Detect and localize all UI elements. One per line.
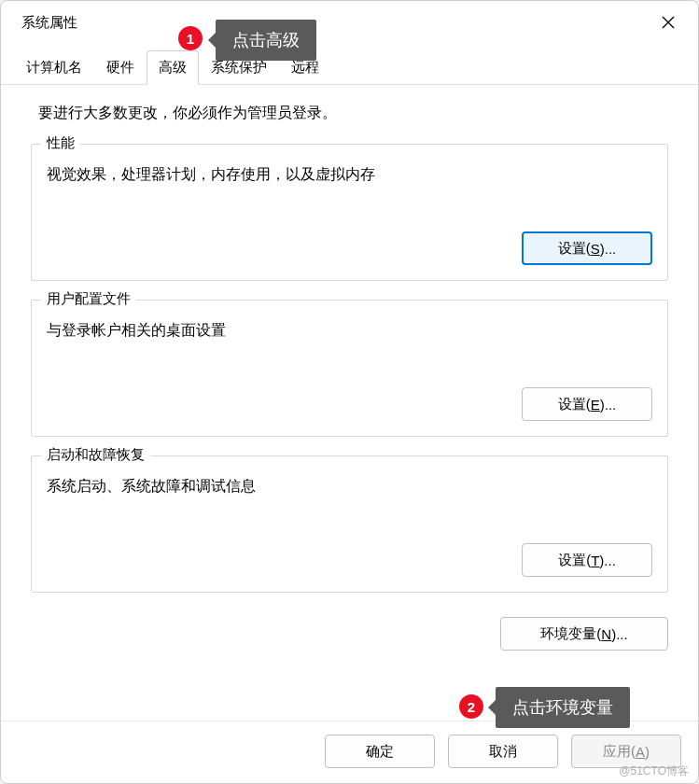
settings-button-performance[interactable]: 设置(S)...: [522, 231, 652, 265]
admin-note: 要进行大多数更改，你必须作为管理员登录。: [31, 104, 668, 123]
tab-computer-name[interactable]: 计算机名: [14, 50, 94, 85]
desc-performance: 视觉效果，处理器计划，内存使用，以及虚拟内存: [47, 165, 652, 185]
btn-row-startup-recovery: 设置(T)...: [47, 543, 652, 577]
tab-hardware[interactable]: 硬件: [94, 50, 147, 85]
legend-startup-recovery: 启动和故障恢复: [41, 446, 150, 464]
fieldset-performance: 性能 视觉效果，处理器计划，内存使用，以及虚拟内存 设置(S)...: [31, 144, 668, 281]
annotation-badge-2: 2: [459, 694, 483, 719]
annotation-tooltip-1: 点击高级: [216, 20, 316, 61]
titlebar: 系统属性: [1, 1, 698, 40]
tab-strip: 计算机名 硬件 高级 系统保护 远程: [1, 49, 698, 85]
cancel-button[interactable]: 取消: [448, 735, 558, 768]
tab-advanced[interactable]: 高级: [147, 50, 199, 85]
desc-startup-recovery: 系统启动、系统故障和调试信息: [47, 477, 652, 497]
system-properties-dialog: 系统属性 计算机名 硬件 高级 系统保护 远程 要进行大多数更改，你必须作为管理…: [0, 0, 699, 784]
btn-row-user-profile: 设置(E)...: [47, 387, 652, 421]
desc-user-profile: 与登录帐户相关的桌面设置: [47, 321, 652, 341]
tab-content-advanced: 要进行大多数更改，你必须作为管理员登录。 性能 视觉效果，处理器计划，内存使用，…: [1, 85, 698, 721]
env-vars-row: 环境变量(N)...: [31, 617, 668, 651]
annotation-badge-1: 1: [178, 26, 203, 50]
settings-button-startup-recovery[interactable]: 设置(T)...: [522, 543, 652, 577]
watermark: @51CTO博客: [619, 763, 689, 779]
btn-row-performance: 设置(S)...: [47, 231, 652, 265]
close-button[interactable]: [651, 9, 685, 35]
dialog-footer: 确定 取消 应用(A): [1, 721, 698, 783]
ok-button[interactable]: 确定: [325, 735, 435, 768]
legend-performance: 性能: [41, 134, 80, 152]
legend-user-profile: 用户配置文件: [41, 290, 136, 308]
settings-button-user-profile[interactable]: 设置(E)...: [522, 387, 652, 421]
close-icon: [662, 16, 675, 29]
fieldset-user-profile: 用户配置文件 与登录帐户相关的桌面设置 设置(E)...: [31, 300, 668, 437]
annotation-tooltip-2: 点击环境变量: [496, 687, 630, 728]
dialog-title: 系统属性: [21, 14, 77, 32]
fieldset-startup-recovery: 启动和故障恢复 系统启动、系统故障和调试信息 设置(T)...: [31, 455, 668, 593]
environment-variables-button[interactable]: 环境变量(N)...: [500, 617, 668, 651]
